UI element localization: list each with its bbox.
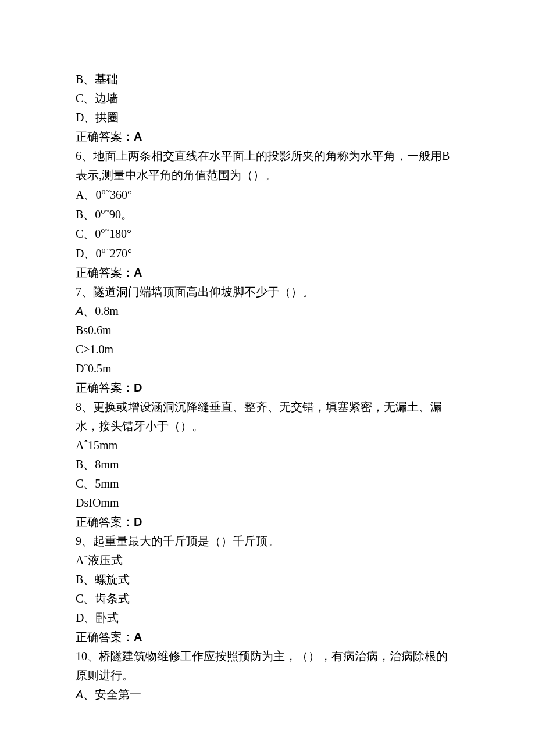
q7-option-a: A、0.8m <box>76 302 459 321</box>
answer-label: 正确答案： <box>76 266 134 279</box>
q6-answer-line: 正确答案：A <box>76 263 459 282</box>
q5-option-c: C、边墙 <box>76 89 459 108</box>
q10-stem-line2: 原则进行。 <box>76 666 459 685</box>
q8-option-a: Aˆ15mm <box>76 436 459 455</box>
q7-option-d: Dˆ0.5m <box>76 359 459 378</box>
q8-option-c: C、5mm <box>76 474 459 493</box>
q9-stem: 9、起重量最大的千斤顶是（）千斤顶。 <box>76 532 459 551</box>
answer-label: 正确答案： <box>76 515 134 528</box>
q7-option-b: Bs0.6m <box>76 321 459 340</box>
q7-stem: 7、隧道洞门端墙顶面高出仰坡脚不少于（）。 <box>76 282 459 302</box>
q9-option-d: D、卧式 <box>76 608 459 628</box>
q9-option-c: C、齿条式 <box>76 589 459 608</box>
q6-stem-line1: 6、地面上两条相交直线在水平面上的投影所夹的角称为水平角，一般用B <box>76 146 459 166</box>
q9-option-a: Aˆ液压式 <box>76 551 459 570</box>
answer-value: D <box>134 381 142 394</box>
q5-option-d: D、拱圈 <box>76 108 459 127</box>
q5-answer-line: 正确答案：A <box>76 127 459 146</box>
answer-label: 正确答案： <box>76 630 134 643</box>
q6-option-a: A、0o~360° <box>76 185 459 205</box>
q8-stem-line2: 水，接头错牙小于（）。 <box>76 417 459 436</box>
q9-answer-line: 正确答案：A <box>76 628 459 647</box>
q7-option-c: C>1.0m <box>76 340 459 359</box>
q8-answer-line: 正确答案：D <box>76 513 459 532</box>
q9-option-b: B、螺旋式 <box>76 570 459 589</box>
q8-option-b: B、8mm <box>76 455 459 474</box>
answer-value: A <box>134 266 142 279</box>
q8-stem-line1: 8、更换或增设涵洞沉降缝垂直、整齐、无交错，填塞紧密，无漏土、漏 <box>76 397 459 417</box>
answer-value: A <box>134 630 142 643</box>
q10-option-a: A、安全第一 <box>76 685 459 704</box>
q6-option-c: C、0o~180° <box>76 224 459 243</box>
answer-label: 正确答案： <box>76 381 134 394</box>
q6-option-d: D、0o~270° <box>76 243 459 263</box>
q6-stem-line2: 表示,测量中水平角的角值范围为（）。 <box>76 166 459 185</box>
q8-option-d: DsIOmm <box>76 493 459 513</box>
q5-option-b: B、基础 <box>76 70 459 89</box>
q10-stem-line1: 10、桥隧建筑物维修工作应按照预防为主，（），有病治病，治病除根的 <box>76 647 459 666</box>
document-page: B、基础 C、边墙 D、拱圈 正确答案：A 6、地面上两条相交直线在水平面上的投… <box>0 0 535 756</box>
q6-option-b: B、0o~90。 <box>76 205 459 224</box>
q7-answer-line: 正确答案：D <box>76 378 459 397</box>
answer-value: A <box>134 130 142 143</box>
answer-value: D <box>134 515 142 528</box>
answer-label: 正确答案： <box>76 130 134 143</box>
